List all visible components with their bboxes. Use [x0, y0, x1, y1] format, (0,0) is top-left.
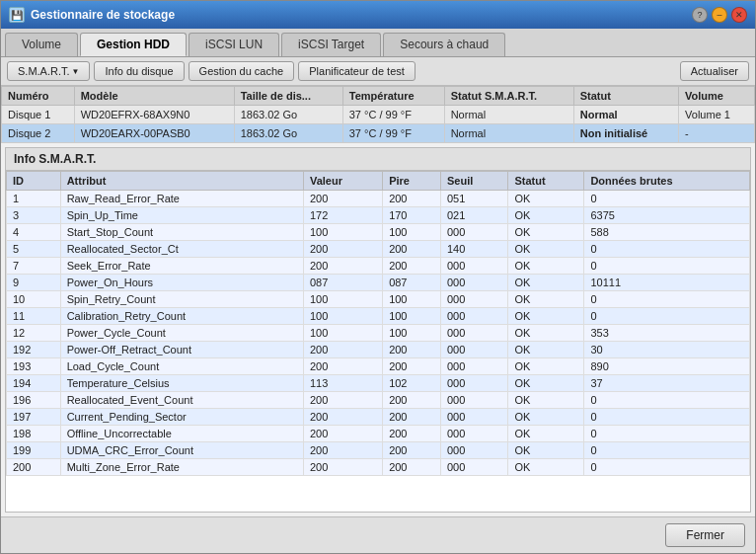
smart-col-valeur: Valeur: [303, 172, 382, 191]
smart-pire: 100: [383, 325, 441, 342]
smart-id: 1: [7, 191, 61, 207]
smart-row[interactable]: 193 Load_Cycle_Count 200 200 000 OK 890: [7, 358, 750, 375]
close-button[interactable]: ✕: [731, 7, 747, 23]
smart-donnees: 0: [584, 426, 750, 442]
smart-donnees: 0: [584, 459, 750, 476]
smart-id: 9: [7, 275, 61, 291]
info-disk-button[interactable]: Info du disque: [94, 61, 184, 81]
smart-valeur: 200: [303, 409, 382, 426]
smart-dropdown-arrow: ▼: [72, 67, 80, 76]
smart-valeur: 200: [303, 342, 382, 358]
smart-row[interactable]: 4 Start_Stop_Count 100 100 000 OK 588: [7, 224, 750, 241]
smart-valeur: 200: [303, 426, 382, 442]
tab-iscsi-lun[interactable]: iSCSI LUN: [189, 33, 279, 56]
smart-statut: OK: [508, 308, 584, 325]
smart-valeur: 100: [303, 291, 382, 308]
smart-pire: 200: [383, 426, 441, 442]
smart-row[interactable]: 196 Reallocated_Event_Count 200 200 000 …: [7, 392, 750, 409]
smart-statut: OK: [508, 224, 584, 241]
tab-volume[interactable]: Volume: [5, 33, 78, 56]
smart-row[interactable]: 197 Current_Pending_Sector 200 200 000 O…: [7, 409, 750, 426]
smart-row[interactable]: 11 Calibration_Retry_Count 100 100 000 O…: [7, 308, 750, 325]
help-button[interactable]: ?: [692, 7, 708, 23]
smart-button[interactable]: S.M.A.R.T. ▼: [7, 61, 90, 81]
smart-attribut: Seek_Error_Rate: [60, 258, 303, 275]
smart-row[interactable]: 192 Power-Off_Retract_Count 200 200 000 …: [7, 342, 750, 358]
smart-seuil: 000: [441, 275, 508, 291]
smart-attribut: Calibration_Retry_Count: [60, 308, 303, 325]
smart-pire: 200: [383, 358, 441, 375]
smart-id: 198: [7, 426, 61, 442]
smart-valeur: 113: [303, 375, 382, 392]
smart-table-container[interactable]: ID Attribut Valeur Pire Seuil Statut Don…: [6, 171, 750, 512]
smart-pire: 200: [383, 191, 441, 207]
smart-row[interactable]: 10 Spin_Retry_Count 100 100 000 OK 0: [7, 291, 750, 308]
smart-valeur: 100: [303, 325, 382, 342]
disk-statut-smart: Normal: [444, 106, 573, 124]
footer: Fermer: [1, 516, 755, 553]
smart-row[interactable]: 7 Seek_Error_Rate 200 200 000 OK 0: [7, 258, 750, 275]
minimize-button[interactable]: –: [712, 7, 727, 23]
smart-attribut: Power-Off_Retract_Count: [60, 342, 303, 358]
smart-statut: OK: [508, 291, 584, 308]
col-statut-smart: Statut S.M.A.R.T.: [444, 87, 573, 106]
smart-seuil: 000: [441, 325, 508, 342]
smart-id: 3: [7, 207, 61, 224]
actualiser-button[interactable]: Actualiser: [680, 61, 749, 81]
smart-id: 7: [7, 258, 61, 275]
smart-statut: OK: [508, 409, 584, 426]
disk-temperature: 37 °C / 99 °F: [342, 106, 444, 124]
smart-pire: 100: [383, 308, 441, 325]
smart-row[interactable]: 200 Multi_Zone_Error_Rate 200 200 000 OK…: [7, 459, 750, 476]
tab-iscsi-target[interactable]: iSCSI Target: [281, 33, 381, 56]
smart-donnees: 588: [584, 224, 750, 241]
window-title: Gestionnaire de stockage: [31, 8, 175, 22]
smart-donnees: 0: [584, 191, 750, 207]
main-window: 💾 Gestionnaire de stockage ? – ✕ Volume …: [0, 0, 756, 554]
smart-row[interactable]: 194 Temperature_Celsius 113 102 000 OK 3…: [7, 375, 750, 392]
smart-attribut: Spin_Retry_Count: [60, 291, 303, 308]
smart-valeur: 200: [303, 241, 382, 258]
smart-valeur: 100: [303, 224, 382, 241]
tab-gestion-hdd[interactable]: Gestion HDD: [80, 33, 187, 56]
smart-statut: OK: [508, 358, 584, 375]
close-button-footer[interactable]: Fermer: [665, 523, 745, 547]
smart-seuil: 000: [441, 375, 508, 392]
smart-row[interactable]: 9 Power_On_Hours 087 087 000 OK 10111: [7, 275, 750, 291]
smart-seuil: 000: [441, 224, 508, 241]
smart-row[interactable]: 199 UDMA_CRC_Error_Count 200 200 000 OK …: [7, 442, 750, 459]
smart-seuil: 000: [441, 358, 508, 375]
smart-row[interactable]: 12 Power_Cycle_Count 100 100 000 OK 353: [7, 325, 750, 342]
smart-seuil: 000: [441, 459, 508, 476]
smart-statut: OK: [508, 392, 584, 409]
disk-numero: Disque 2: [2, 124, 75, 143]
window-controls: ? – ✕: [692, 7, 747, 23]
col-modele: Modèle: [74, 87, 234, 106]
smart-pire: 100: [383, 291, 441, 308]
smart-id: 200: [7, 459, 61, 476]
disk-volume: -: [679, 124, 755, 143]
smart-attribut: Start_Stop_Count: [60, 224, 303, 241]
smart-statut: OK: [508, 241, 584, 258]
disk-taille: 1863.02 Go: [234, 124, 342, 143]
smart-valeur: 100: [303, 308, 382, 325]
tab-secours[interactable]: Secours à chaud: [383, 33, 505, 56]
disk-row[interactable]: Disque 2 WD20EARX-00PASB0 1863.02 Go 37 …: [2, 124, 755, 143]
smart-statut: OK: [508, 325, 584, 342]
smart-pire: 200: [383, 459, 441, 476]
col-temperature: Température: [342, 87, 444, 106]
smart-valeur: 200: [303, 392, 382, 409]
disk-modele: WD20EARX-00PASB0: [74, 124, 234, 143]
smart-row[interactable]: 3 Spin_Up_Time 172 170 021 OK 6375: [7, 207, 750, 224]
main-tabs: Volume Gestion HDD iSCSI LUN iSCSI Targe…: [1, 29, 755, 57]
smart-row[interactable]: 198 Offline_Uncorrectable 200 200 000 OK…: [7, 426, 750, 442]
disk-row[interactable]: Disque 1 WD20EFRX-68AX9N0 1863.02 Go 37 …: [2, 106, 755, 124]
smart-attribut: Multi_Zone_Error_Rate: [60, 459, 303, 476]
smart-row[interactable]: 1 Raw_Read_Error_Rate 200 200 051 OK 0: [7, 191, 750, 207]
planificateur-button[interactable]: Planificateur de test: [298, 61, 416, 81]
smart-pire: 170: [383, 207, 441, 224]
smart-row[interactable]: 5 Reallocated_Sector_Ct 200 200 140 OK 0: [7, 241, 750, 258]
smart-panel-title: Info S.M.A.R.T.: [6, 148, 750, 171]
gestion-cache-button[interactable]: Gestion du cache: [189, 61, 295, 81]
smart-pire: 087: [383, 275, 441, 291]
